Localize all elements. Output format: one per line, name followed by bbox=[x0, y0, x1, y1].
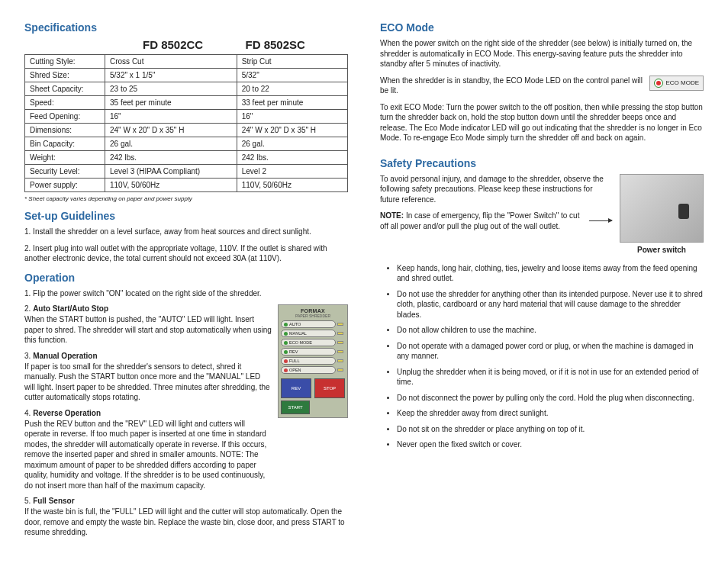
panel-indicator-row: FULL bbox=[281, 357, 345, 365]
led-dot-icon bbox=[284, 368, 288, 372]
panel-indicator-row: ECO MODE bbox=[281, 339, 345, 346]
list-item: Keep the shredder away from direct sunli… bbox=[397, 408, 704, 419]
panel-indicator: OPEN bbox=[281, 366, 336, 374]
left-column: Specifications FD 8502CC FD 8502SC Cutti… bbox=[24, 21, 348, 544]
panel-indicator: FULL bbox=[281, 357, 336, 365]
panel-indicator: ECO MODE bbox=[281, 339, 336, 346]
precautions-list: Keep hands, long hair, clothing, ties, j… bbox=[380, 263, 704, 450]
table-row: Shred Size:5/32" x 1 1/5"5/32" bbox=[25, 69, 348, 82]
led-icon bbox=[337, 359, 343, 362]
led-icon bbox=[337, 323, 343, 326]
setup-step-1: 1. Install the shredder on a level surfa… bbox=[24, 227, 348, 237]
table-row: Dimensions:24" W x 20" D x 35" H24" W x … bbox=[25, 124, 348, 137]
model-header: FD 8502CC FD 8502SC bbox=[24, 38, 348, 51]
eco-badge-label: ECO MODE bbox=[665, 79, 699, 86]
control-panel-figure: FORMAX PAPER SHREDDER AUTOMANUALECO MODE… bbox=[278, 304, 348, 418]
led-icon bbox=[337, 368, 343, 372]
table-row: Power supply:110V, 50/60Hz110V, 50/60Hz bbox=[25, 179, 348, 192]
led-icon bbox=[337, 350, 343, 353]
op-2-body: When the START button is pushed, the "AU… bbox=[24, 314, 272, 346]
op-5-body: If the waste bin is full, the "FULL" LED… bbox=[24, 507, 348, 538]
op-3-head: 3. Manual Operation bbox=[24, 352, 272, 360]
eco-p1: When the power switch on the right side … bbox=[380, 38, 704, 69]
led-dot-icon bbox=[284, 323, 288, 327]
table-row: Sheet Capacity:23 to 2520 to 22 bbox=[25, 82, 348, 96]
table-row: Weight:242 lbs.242 lbs. bbox=[25, 151, 348, 165]
emergency-note: NOTE: In case of emergency, flip the "Po… bbox=[380, 211, 612, 231]
panel-subtitle: PAPER SHREDDER bbox=[281, 314, 345, 318]
specifications-heading: Specifications bbox=[24, 21, 348, 34]
led-dot-icon bbox=[284, 332, 288, 336]
list-item: Do not sit on the shredder or place anyt… bbox=[397, 424, 704, 435]
panel-stop-button: STOP bbox=[314, 378, 345, 398]
panel-indicator-row: OPEN bbox=[281, 366, 345, 374]
safety-heading: Safety Precautions bbox=[380, 157, 704, 169]
arrow-icon bbox=[589, 220, 612, 221]
panel-indicator: AUTO bbox=[281, 320, 336, 328]
setup-step-2: 2. Insert plug into wall outlet with the… bbox=[24, 243, 348, 264]
setup-heading: Set-up Guidelines bbox=[24, 210, 348, 222]
eco-mode-badge: ECO MODE bbox=[649, 76, 704, 91]
led-icon bbox=[337, 332, 343, 335]
model-b: FD 8502SC bbox=[246, 38, 349, 51]
list-item: Do not operate with a damaged power cord… bbox=[397, 341, 704, 362]
power-switch-image bbox=[620, 174, 704, 243]
op-2-head: 2. Auto Start/Auto Stop bbox=[24, 304, 272, 313]
spec-table: Cutting Style:Cross CutStrip CutShred Si… bbox=[24, 54, 348, 192]
panel-indicator: MANUAL bbox=[281, 330, 336, 337]
led-dot-icon bbox=[284, 350, 288, 354]
table-row: Cutting Style:Cross CutStrip Cut bbox=[25, 55, 348, 69]
panel-indicator-row: MANUAL bbox=[281, 330, 345, 337]
panel-indicator: REV bbox=[281, 348, 336, 355]
model-a: FD 8502CC bbox=[143, 38, 246, 51]
led-icon bbox=[337, 341, 343, 344]
panel-indicator-row: AUTO bbox=[281, 320, 345, 328]
list-item: Unplug the shredder when it is being mov… bbox=[397, 367, 704, 388]
eco-led-icon bbox=[654, 79, 663, 88]
list-item: Do not use the shredder for anything oth… bbox=[397, 289, 704, 320]
table-row: Feed Opening:16"16" bbox=[25, 110, 348, 124]
list-item: Never open the fixed switch or cover. bbox=[397, 439, 704, 450]
op-3-body: If paper is too small for the shredder's… bbox=[24, 362, 272, 403]
eco-heading: ECO Mode bbox=[380, 21, 704, 34]
table-row: Speed:35 feet per minute33 feet per minu… bbox=[25, 96, 348, 110]
table-row: Bin Capacity:26 gal.26 gal. bbox=[25, 137, 348, 151]
panel-brand: FORMAX bbox=[281, 308, 345, 314]
right-column: ECO Mode When the power switch on the ri… bbox=[380, 21, 704, 544]
operation-step-1: 1. Flip the power switch "ON" located on… bbox=[24, 288, 348, 299]
op-4-head: 4. Reverse Operation bbox=[24, 409, 272, 417]
panel-start-button: START bbox=[281, 401, 310, 414]
spec-footnote: * Sheet capacity varies depending on pap… bbox=[24, 195, 348, 202]
list-item: Do not allow children to use the machine… bbox=[397, 325, 704, 336]
list-item: Keep hands, long hair, clothing, ties, j… bbox=[397, 263, 704, 284]
panel-indicator-row: REV bbox=[281, 348, 345, 355]
power-switch-figure: Power switch bbox=[620, 174, 704, 254]
op-4-body: Push the REV button and the "REV" LED wi… bbox=[24, 419, 272, 491]
eco-p3: To exit ECO Mode: Turn the power switch … bbox=[380, 102, 704, 143]
led-dot-icon bbox=[284, 341, 288, 345]
table-row: Security Level:Level 3 (HIPAA Compliant)… bbox=[25, 165, 348, 179]
list-item: Do not disconnect the power by pulling o… bbox=[397, 393, 704, 404]
operation-heading: Operation bbox=[24, 272, 348, 284]
led-dot-icon bbox=[284, 359, 288, 363]
power-switch-caption: Power switch bbox=[620, 246, 704, 254]
op-5-head: 5. Full Sensor bbox=[24, 497, 348, 505]
panel-rev-button: REV bbox=[281, 378, 311, 398]
